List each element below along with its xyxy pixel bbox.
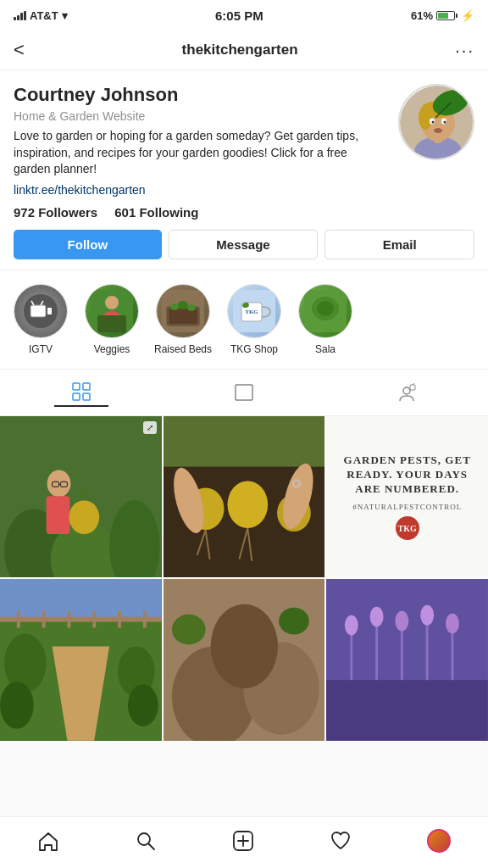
nav-home[interactable] [24, 826, 73, 855]
tab-feed[interactable] [217, 379, 271, 406]
svg-rect-77 [67, 611, 70, 628]
svg-point-58 [227, 481, 268, 528]
grid-item[interactable] [326, 579, 488, 741]
highlights-section: IGTV Veggies [0, 270, 488, 369]
grid-item[interactable] [164, 579, 325, 741]
grid-item[interactable] [164, 416, 325, 578]
email-button[interactable]: Email [324, 230, 474, 259]
svg-rect-76 [42, 611, 46, 628]
svg-line-100 [149, 844, 155, 850]
battery-label: 61% [411, 9, 433, 22]
svg-point-26 [178, 301, 188, 309]
highlight-igtv-label: IGTV [29, 343, 53, 355]
profile-section: Courtney Johnson Home & Garden Website L… [0, 70, 488, 270]
highlight-igtv[interactable]: IGTV [7, 281, 75, 359]
header-username: thekitchengarten [182, 42, 298, 58]
highlight-tkg-shop[interactable]: TKG TKG Shop [220, 281, 288, 359]
tab-grid[interactable] [54, 378, 108, 407]
profile-bio: Love to garden or hoping for a garden so… [14, 128, 385, 178]
svg-point-96 [396, 611, 409, 632]
photo-grid: ⤢ [0, 416, 488, 809]
svg-point-8 [432, 121, 435, 124]
svg-rect-73 [0, 579, 162, 621]
profile-name: Courtney Johnson [14, 84, 385, 106]
profile-info: Courtney Johnson Home & Garden Website L… [14, 84, 398, 197]
svg-point-86 [279, 608, 309, 635]
svg-rect-78 [92, 611, 96, 628]
highlight-raised-beds[interactable]: Raised Beds [149, 281, 217, 359]
svg-point-84 [210, 604, 277, 688]
signal-icon [14, 11, 26, 20]
highlight-sala-label: Sala [315, 343, 336, 355]
svg-rect-56 [164, 416, 325, 467]
status-bar: AT&T ▾ 6:05 PM 61% ⚡ [0, 0, 488, 31]
garden-card-title: Garden pests, get ready. Your days are n… [336, 453, 478, 497]
svg-rect-74 [0, 617, 162, 622]
svg-point-40 [403, 387, 410, 394]
svg-rect-17 [47, 308, 52, 314]
tab-tagged[interactable] [380, 379, 434, 406]
svg-point-10 [434, 128, 442, 133]
grid-overlay-1: ⤢ [143, 421, 157, 434]
highlight-veggies-label: Veggies [94, 343, 130, 355]
follow-button[interactable]: Follow [14, 230, 162, 259]
svg-rect-21 [97, 315, 126, 332]
status-right: 61% ⚡ [411, 9, 474, 22]
grid-item[interactable] [0, 579, 162, 741]
followers-stat[interactable]: 972 Followers [14, 205, 97, 220]
svg-rect-80 [143, 611, 147, 628]
message-button[interactable]: Message [169, 230, 319, 259]
svg-rect-48 [47, 496, 70, 534]
svg-point-49 [69, 500, 99, 534]
svg-rect-35 [73, 383, 80, 390]
svg-rect-37 [73, 393, 80, 400]
profile-top: Courtney Johnson Home & Garden Website L… [14, 84, 474, 197]
nav-add[interactable] [219, 826, 268, 855]
highlight-veggies[interactable]: Veggies [78, 281, 146, 359]
battery-icon [436, 11, 458, 20]
bottom-nav [0, 816, 488, 868]
svg-point-95 [370, 607, 384, 627]
grid-item[interactable]: ⤢ [0, 416, 162, 578]
profile-link[interactable]: linktr.ee/thekitchengarten [14, 183, 146, 197]
svg-point-94 [345, 615, 358, 636]
svg-rect-41 [410, 385, 415, 390]
garden-card-hashtag: #naturalpestcontrol [352, 503, 462, 511]
highlight-sala[interactable]: Sala [291, 281, 359, 359]
svg-rect-88 [326, 681, 488, 742]
svg-point-19 [105, 296, 119, 309]
profile-stats: 972 Followers 601 Following [14, 205, 474, 220]
svg-rect-24 [169, 309, 197, 324]
svg-point-27 [187, 304, 196, 311]
svg-text:TKG: TKG [245, 309, 258, 315]
svg-rect-36 [83, 383, 90, 390]
svg-point-71 [0, 682, 34, 730]
header: < thekitchengarten ··· [0, 31, 488, 70]
svg-rect-38 [83, 393, 90, 400]
highlight-raised-beds-label: Raised Beds [154, 343, 212, 355]
svg-point-85 [172, 615, 206, 645]
wifi-icon: ▾ [62, 9, 68, 22]
highlight-tkg-shop-label: TKG Shop [230, 343, 278, 355]
svg-point-72 [128, 685, 158, 727]
nav-heart[interactable] [316, 826, 365, 855]
status-time: 6:05 PM [215, 8, 263, 23]
svg-point-9 [444, 121, 446, 124]
svg-rect-75 [17, 611, 20, 628]
following-stat[interactable]: 601 Following [114, 205, 198, 220]
content-tabs [0, 369, 488, 416]
more-options-button[interactable]: ··· [455, 41, 474, 60]
svg-rect-79 [118, 611, 121, 628]
nav-profile[interactable] [413, 826, 464, 856]
svg-rect-39 [236, 385, 252, 400]
svg-point-98 [446, 614, 459, 634]
status-left: AT&T ▾ [14, 9, 68, 22]
nav-search[interactable] [121, 826, 170, 855]
back-button[interactable]: < [14, 39, 25, 61]
svg-point-5 [419, 106, 432, 130]
svg-point-25 [170, 303, 179, 310]
profile-category: Home & Garden Website [14, 109, 385, 123]
grid-item[interactable]: Garden pests, get ready. Your days are n… [326, 416, 488, 578]
svg-rect-14 [30, 305, 46, 317]
avatar [398, 84, 474, 160]
